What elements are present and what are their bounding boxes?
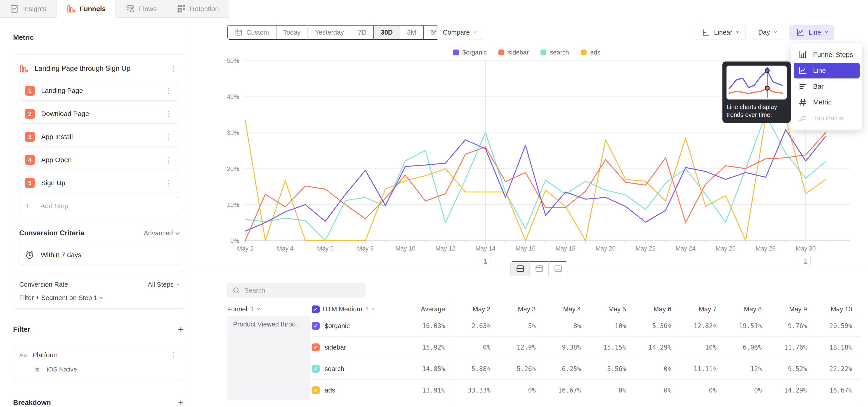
range-30d[interactable]: 30D xyxy=(373,25,400,39)
funnel-step-3[interactable]: 3App Install⋮ xyxy=(19,127,179,147)
kebab-menu-icon[interactable]: ⋮ xyxy=(163,109,174,118)
chevron-down-icon xyxy=(774,29,777,33)
funnel-column-header[interactable]: Funnel1 xyxy=(227,304,312,315)
svg-text:0%: 0% xyxy=(230,238,239,244)
kebab-menu-icon[interactable]: ⋮ xyxy=(168,350,179,359)
tab-flows[interactable]: Flows xyxy=(116,0,166,18)
column-header-may-7[interactable]: May 7 xyxy=(679,304,724,315)
funnel-step-5[interactable]: 5Sign Up⋮ xyxy=(19,173,179,193)
filter-heading: Filter + xyxy=(13,325,185,334)
step-number-badge: 5 xyxy=(25,178,35,188)
menu-item-line[interactable]: Line xyxy=(794,63,860,79)
legend-item-organic[interactable]: $organic xyxy=(453,49,487,56)
add-step-label: Add Step xyxy=(40,202,68,210)
filter-segment-dropdown[interactable]: Filter + Segment on Step 1 xyxy=(19,294,103,302)
legend-item-ads[interactable]: ads xyxy=(581,49,600,56)
range-7d[interactable]: 7D xyxy=(351,25,373,39)
value-cell: 6.25% xyxy=(544,358,589,380)
series-checkbox[interactable]: ✓ xyxy=(312,343,320,351)
legend-item-search[interactable]: search xyxy=(540,49,569,56)
range-yesterday[interactable]: Yesterday xyxy=(308,25,351,39)
range-label: Today xyxy=(283,29,301,36)
kebab-menu-icon[interactable]: ⋮ xyxy=(163,86,174,95)
series-name: search xyxy=(324,365,344,373)
annotation-badge[interactable]: 1 xyxy=(481,254,490,267)
compare-label: Compare xyxy=(443,29,470,36)
layout-split-icon xyxy=(516,264,525,273)
layout-split-button[interactable] xyxy=(510,261,530,276)
tab-funnels[interactable]: Funnels xyxy=(57,0,116,18)
tab-retention[interactable]: Retention xyxy=(167,0,229,18)
legend-label: search xyxy=(550,49,569,56)
filter-condition-row[interactable]: Is iOS Native xyxy=(19,366,179,373)
column-header-may-6[interactable]: May 6 xyxy=(634,304,679,315)
step-label: Download Page xyxy=(41,110,157,118)
value-cell: 5.26% xyxy=(498,358,544,380)
breakdown-column-header[interactable]: ✓UTM Medium4 xyxy=(312,304,398,315)
filter-property-row[interactable]: Aa Platform ⋮ xyxy=(19,350,179,359)
flows-icon xyxy=(126,4,135,13)
add-breakdown-button[interactable]: + xyxy=(177,399,185,406)
menu-item-metric[interactable]: Metric xyxy=(794,94,860,110)
search-input[interactable] xyxy=(244,287,361,294)
range-today[interactable]: Today xyxy=(276,25,308,39)
value-cell: 9.76% xyxy=(770,315,815,337)
funnel-step-1[interactable]: 1Landing Page⋮ xyxy=(19,81,179,101)
add-step-button[interactable]: + Add Step xyxy=(19,196,179,216)
svg-text:May 26: May 26 xyxy=(716,245,736,252)
column-header-may-9[interactable]: May 9 xyxy=(770,304,815,315)
granularity-dropdown-button[interactable]: Day xyxy=(752,25,783,40)
column-header-may-2[interactable]: May 2 xyxy=(453,304,498,315)
add-filter-button[interactable]: + xyxy=(177,326,185,333)
series-checkbox[interactable]: ✓ xyxy=(312,365,320,373)
conversion-rate-steps-dropdown[interactable]: All Steps xyxy=(148,281,179,288)
filter-heading-label: Filter xyxy=(13,325,30,334)
kebab-menu-icon[interactable]: ⋮ xyxy=(163,179,174,187)
funnel-name-cell[interactable]: Product Viewed through P... xyxy=(227,315,312,401)
funnel-metric-card: Landing Page through Sign Up ⋮ 1Landing … xyxy=(13,54,185,309)
line-chart-icon xyxy=(796,28,804,37)
chart-type-dropdown-button[interactable]: Line xyxy=(789,25,834,40)
tooltip-caption: Line charts display trends over time. xyxy=(726,103,786,119)
range-custom[interactable]: Custom xyxy=(227,25,276,39)
series-checkbox[interactable]: ✓ xyxy=(312,386,320,394)
menu-item-top-paths[interactable]: Top Paths xyxy=(794,110,860,126)
column-header-average[interactable]: Average xyxy=(398,304,453,315)
range-label: 30D xyxy=(381,29,393,36)
value-cell: 0% xyxy=(498,380,544,401)
range-label: 3M xyxy=(407,29,416,36)
kebab-menu-icon[interactable]: ⋮ xyxy=(163,155,174,164)
kebab-menu-icon[interactable]: ⋮ xyxy=(168,64,179,73)
funnel-step-2[interactable]: 2Download Page⋮ xyxy=(19,104,179,124)
range-3m[interactable]: 3M xyxy=(400,25,423,39)
value-cell: 0% xyxy=(589,380,634,401)
funnel-step-4[interactable]: 4App Open⋮ xyxy=(19,150,179,170)
column-header-may-5[interactable]: May 5 xyxy=(589,304,634,315)
legend-item-sidebar[interactable]: sidebar xyxy=(498,49,529,56)
menu-item-funnel-steps[interactable]: Funnel Steps xyxy=(794,47,860,63)
value-cell: 12.82% xyxy=(679,315,724,337)
value-cell: 5% xyxy=(498,315,544,337)
advanced-dropdown[interactable]: Advanced xyxy=(144,229,179,237)
value-cell: 15.92% xyxy=(398,337,453,358)
tab-insights[interactable]: Insights xyxy=(0,0,57,18)
series-checkbox[interactable]: ✓ xyxy=(312,322,320,330)
select-all-checkbox[interactable]: ✓ xyxy=(312,306,320,313)
compare-button[interactable]: Compare xyxy=(436,25,483,40)
column-header-may-4[interactable]: May 4 xyxy=(544,304,589,315)
conversion-window-button[interactable]: Within 7 days xyxy=(19,245,179,265)
column-header-may-8[interactable]: May 8 xyxy=(724,304,770,315)
funnel-metric-header[interactable]: Landing Page through Sign Up ⋮ xyxy=(19,60,179,77)
menu-item-bar[interactable]: Bar xyxy=(794,79,860,94)
layout-chart-button[interactable] xyxy=(530,261,549,276)
svg-text:May 2: May 2 xyxy=(237,245,254,252)
value-cell: 0% xyxy=(453,337,498,358)
annotation-badge[interactable]: 1 xyxy=(801,254,810,267)
svg-text:May 18: May 18 xyxy=(556,245,576,252)
layout-table-button[interactable] xyxy=(549,261,567,276)
column-header-may-10[interactable]: May 10 xyxy=(815,304,860,315)
value-cell: 2.63% xyxy=(453,315,498,337)
scale-dropdown-button[interactable]: Linear xyxy=(695,25,745,40)
kebab-menu-icon[interactable]: ⋮ xyxy=(163,132,174,141)
column-header-may-3[interactable]: May 3 xyxy=(498,304,544,315)
